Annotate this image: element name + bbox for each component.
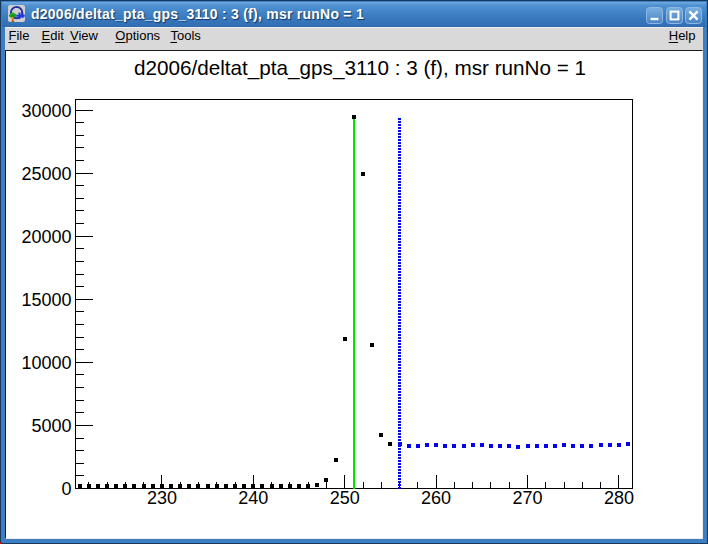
svg-text:25000: 25000 bbox=[21, 164, 71, 184]
svg-text:230: 230 bbox=[147, 488, 177, 508]
svg-text:10000: 10000 bbox=[21, 353, 71, 373]
svg-text:20000: 20000 bbox=[21, 227, 71, 247]
svg-text:270: 270 bbox=[512, 488, 542, 508]
svg-text:280: 280 bbox=[604, 488, 634, 508]
svg-text:30000: 30000 bbox=[21, 101, 71, 121]
svg-text:5000: 5000 bbox=[31, 416, 71, 436]
svg-text:d2006/deltat_pta_gps_3110 : 3: d2006/deltat_pta_gps_3110 : 3 (f), msr r… bbox=[134, 56, 586, 80]
svg-text:250: 250 bbox=[330, 488, 360, 508]
svg-text:15000: 15000 bbox=[21, 290, 71, 310]
svg-text:260: 260 bbox=[421, 488, 451, 508]
svg-text:0: 0 bbox=[61, 479, 71, 499]
svg-text:240: 240 bbox=[238, 488, 268, 508]
